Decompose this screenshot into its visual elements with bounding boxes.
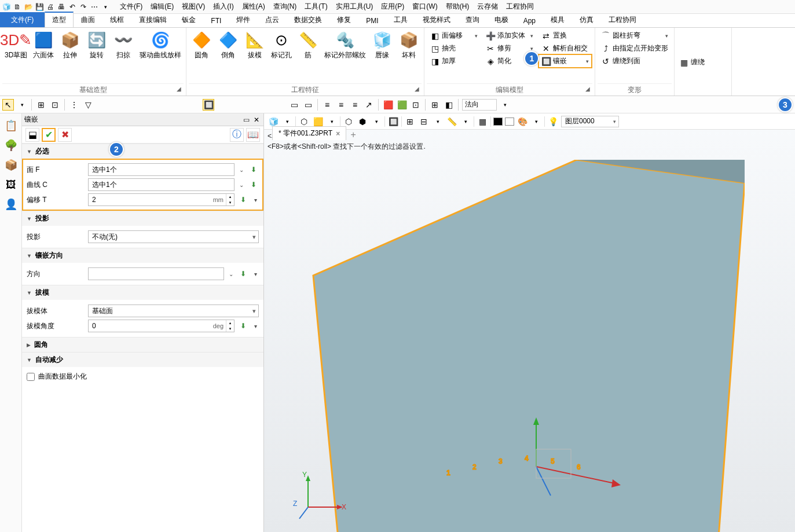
btn-wrap-extra[interactable]: ▦缠绕 xyxy=(677,29,729,96)
ribbon-tab-model[interactable]: 造型 xyxy=(45,12,74,27)
vp-icon[interactable]: ▦ xyxy=(477,116,488,127)
vp-icon[interactable]: ⬡ xyxy=(343,116,354,127)
menu-utility[interactable]: 实用工具(U) xyxy=(332,1,377,13)
vp-icon[interactable]: ⬢ xyxy=(357,116,368,127)
cancel-button[interactable]: ✖ xyxy=(58,128,72,142)
tb-icon[interactable]: ◧ xyxy=(443,99,455,111)
dialog-launcher-icon[interactable]: ◢ xyxy=(175,86,182,93)
tb-icon[interactable]: 🟩 xyxy=(396,99,408,111)
ribbon-tab-pointcloud[interactable]: 点云 xyxy=(258,12,287,27)
chevron-icon[interactable]: ▾ xyxy=(252,197,259,203)
btn-revolve[interactable]: 🔄旋转 xyxy=(84,29,109,83)
btn-stock[interactable]: 📦坏料 xyxy=(396,29,422,83)
chevron-icon[interactable]: ▾ xyxy=(252,323,259,329)
ribbon-tab-weld[interactable]: 焊件 xyxy=(229,12,258,27)
chevron-down-icon[interactable]: ▾ xyxy=(432,116,444,127)
section-direction[interactable]: ▼镶嵌方向 xyxy=(22,248,263,263)
tb-icon[interactable]: 🟥 xyxy=(382,99,394,111)
ribbon-tab-directedit[interactable]: 直接编辑 xyxy=(131,12,174,27)
menu-collab[interactable]: 工程协同 xyxy=(503,1,537,13)
open-icon[interactable]: 📂 xyxy=(23,2,34,12)
redo-icon[interactable]: ↷ xyxy=(78,2,89,12)
ribbon-tab-electrode[interactable]: 电极 xyxy=(487,12,516,27)
face-input[interactable] xyxy=(89,164,234,175)
normal-combo[interactable] xyxy=(462,99,497,111)
close-icon[interactable]: ✕ xyxy=(252,115,261,124)
spinner[interactable]: ▲▼ xyxy=(226,194,234,206)
ribbon-tab-tools[interactable]: 工具 xyxy=(386,12,415,27)
section-autoreduce[interactable]: ▼自动减少 xyxy=(22,353,263,367)
btn-cylbend[interactable]: ⌒圆柱折弯▾ xyxy=(599,30,671,42)
ribbon-tab-exchange[interactable]: 数据交换 xyxy=(287,12,329,27)
section-projection[interactable]: ▼投影 xyxy=(22,211,263,226)
menu-query[interactable]: 查询(N) xyxy=(270,1,301,13)
btn-extthread[interactable]: 🔩标记外部螺纹 xyxy=(322,29,368,83)
color-picker-icon[interactable]: 🎨 xyxy=(516,116,528,127)
ok-button[interactable]: ✔ xyxy=(42,128,56,142)
ribbon-tab-query[interactable]: 查询 xyxy=(458,12,487,27)
menu-edit[interactable]: 编辑(E) xyxy=(147,1,177,13)
offset-input[interactable] xyxy=(89,194,211,206)
dropdown-icon[interactable]: ▾ xyxy=(16,99,28,111)
filter-icon[interactable]: ▽ xyxy=(82,99,94,111)
ribbon-tab-pmi[interactable]: PMI xyxy=(358,14,386,27)
filter-icon[interactable]: ⊞ xyxy=(35,99,47,111)
btn-loft[interactable]: 🌀驱动曲线放样 xyxy=(137,29,184,83)
dropdown-icon[interactable]: ▾ xyxy=(100,2,111,12)
pick-icon[interactable]: ⬇ xyxy=(248,179,259,190)
new-icon[interactable]: 🗎 xyxy=(12,2,23,12)
select-mode-icon[interactable]: ↖ xyxy=(2,99,14,111)
dialog-launcher-icon[interactable]: ◢ xyxy=(413,86,420,93)
spinner[interactable]: ▲▼ xyxy=(226,320,234,332)
ribbon-tab-app[interactable]: App xyxy=(516,14,543,27)
print-icon[interactable]: 🖨 xyxy=(45,2,56,12)
chevron-down-icon[interactable]: ▾ xyxy=(326,116,338,127)
vp-icon[interactable]: ⬡ xyxy=(298,116,310,127)
menu-attr[interactable]: 属性(A) xyxy=(239,1,269,13)
chevron-down-icon[interactable]: ▾ xyxy=(530,116,542,127)
draftangle-input[interactable] xyxy=(89,320,211,332)
autoreduce-checkbox[interactable] xyxy=(27,373,35,381)
btn-selfintersect[interactable]: ✕解析自相交 xyxy=(539,42,591,54)
menu-tools[interactable]: 工具(T) xyxy=(301,1,331,13)
tb-icon[interactable]: ⊞ xyxy=(429,99,441,111)
section-fillet[interactable]: ▶圆角 xyxy=(22,337,263,352)
chevron-icon[interactable]: ▾ xyxy=(252,271,259,277)
btn-markhole[interactable]: ⊙标记孔 xyxy=(269,29,294,83)
color-black[interactable] xyxy=(493,118,503,126)
btn-pointdeform[interactable]: ⤴由指定点开始变形 xyxy=(599,42,671,54)
projection-select[interactable] xyxy=(89,231,250,243)
draftbody-select[interactable] xyxy=(89,305,250,317)
document-tab[interactable]: * 零件001.Z3PRT × xyxy=(272,126,346,140)
add-tab-button[interactable]: + xyxy=(346,130,360,140)
dialog-launcher-icon[interactable]: ◢ xyxy=(584,86,591,93)
print-preview-icon[interactable]: 🖶 xyxy=(56,2,67,12)
close-icon[interactable]: × xyxy=(336,130,340,138)
vp-icon[interactable]: 🟨 xyxy=(312,116,324,127)
ribbon-tab-file[interactable]: 文件(F) xyxy=(0,12,45,27)
chevron-down-icon[interactable]: ▾ xyxy=(371,116,382,127)
tool-active-icon[interactable]: 🔲 xyxy=(203,99,214,111)
btn-rib[interactable]: 📏筋 xyxy=(295,29,321,83)
ribbon-tab-collab[interactable]: 工程协同 xyxy=(601,12,644,27)
dropdown-icon[interactable]: ▾ xyxy=(499,99,511,111)
filter-icon[interactable]: ⊡ xyxy=(49,99,61,111)
tb-icon[interactable]: ⊡ xyxy=(410,99,422,111)
tb-icon[interactable]: ≡ xyxy=(335,99,347,111)
btn-shell[interactable]: ◳抽壳 xyxy=(428,42,480,54)
btn-lip[interactable]: 🧊唇缘 xyxy=(369,29,395,83)
user-icon[interactable]: 👤 xyxy=(3,197,19,212)
settings-icon[interactable]: ⬓ xyxy=(25,128,39,142)
ribbon-tab-wireframe[interactable]: 线框 xyxy=(102,12,131,27)
btn-extrude[interactable]: 📦拉伸 xyxy=(57,29,83,83)
menu-insert[interactable]: 插入(I) xyxy=(210,1,237,13)
btn-emboss[interactable]: 🔲镶嵌▾ xyxy=(539,55,591,67)
menu-help[interactable]: 帮助(H) xyxy=(442,1,473,13)
chevron-down-icon[interactable]: ▾ xyxy=(281,116,293,127)
btn-hexahedron[interactable]: 🟦六面体 xyxy=(31,29,56,83)
vp-icon[interactable]: 🧊 xyxy=(268,116,279,127)
btn-draft[interactable]: 📐拔模 xyxy=(242,29,268,83)
menu-app[interactable]: 应用(P) xyxy=(378,1,408,13)
btn-fillet[interactable]: 🔶圆角 xyxy=(189,29,214,83)
menu-file[interactable]: 文件(F) xyxy=(116,1,146,13)
